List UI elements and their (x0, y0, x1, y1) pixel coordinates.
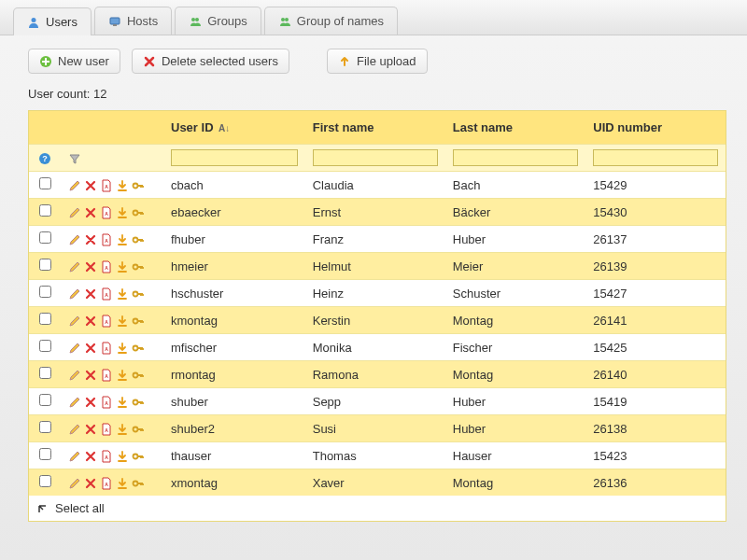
download-icon[interactable] (116, 342, 129, 355)
pdf-icon[interactable]: A (100, 179, 113, 192)
key-icon[interactable] (132, 369, 145, 382)
download-icon[interactable] (116, 450, 129, 463)
svg-point-6 (285, 18, 289, 21)
delete-icon[interactable] (84, 206, 97, 219)
pdf-icon[interactable]: A (100, 287, 113, 301)
col-user-id[interactable]: User ID A↓ (163, 111, 305, 145)
download-icon[interactable] (116, 260, 129, 273)
pdf-icon[interactable]: A (100, 233, 113, 246)
edit-icon[interactable] (68, 206, 81, 219)
tab-groups[interactable]: Groups (175, 7, 261, 35)
delete-icon[interactable] (84, 260, 97, 273)
key-icon[interactable] (132, 206, 145, 219)
edit-icon[interactable] (68, 233, 81, 246)
svg-text:A: A (105, 346, 108, 352)
file-upload-button[interactable]: File upload (327, 49, 428, 74)
row-checkbox[interactable] (39, 177, 51, 189)
col-last-name[interactable]: Last name (445, 111, 586, 145)
pdf-icon[interactable]: A (100, 396, 113, 409)
delete-icon[interactable] (84, 477, 97, 490)
row-checkbox[interactable] (39, 313, 51, 325)
row-checkbox[interactable] (39, 367, 51, 379)
download-icon[interactable] (116, 315, 129, 328)
delete-icon[interactable] (84, 450, 97, 463)
toolbar: New user Delete selected users File uplo… (0, 35, 747, 83)
key-icon[interactable] (132, 260, 145, 273)
edit-icon[interactable] (68, 396, 81, 409)
key-icon[interactable] (132, 233, 145, 246)
key-icon[interactable] (132, 477, 145, 490)
row-checkbox[interactable] (39, 204, 51, 217)
help-icon[interactable]: ? (38, 152, 51, 165)
pdf-icon[interactable]: A (100, 260, 113, 273)
delete-icon[interactable] (84, 342, 97, 355)
filter-user-id[interactable] (171, 149, 298, 166)
col-uid-number[interactable]: UID number (585, 111, 726, 145)
key-icon[interactable] (132, 179, 145, 192)
edit-icon[interactable] (68, 260, 81, 273)
delete-icon[interactable] (84, 423, 97, 436)
cell-uid: 15427 (585, 280, 726, 307)
pdf-icon[interactable]: A (100, 450, 113, 463)
delete-selected-button[interactable]: Delete selected users (132, 49, 289, 74)
delete-icon[interactable] (84, 287, 97, 301)
tab-hosts[interactable]: Hosts (94, 7, 172, 35)
edit-icon[interactable] (68, 423, 81, 436)
edit-icon[interactable] (68, 450, 81, 463)
key-icon[interactable] (132, 423, 145, 436)
svg-text:A: A (105, 292, 108, 298)
cell-uid: 26141 (585, 307, 726, 334)
row-checkbox[interactable] (39, 259, 51, 271)
tab-users[interactable]: Users (13, 7, 92, 35)
row-checkbox[interactable] (39, 421, 51, 433)
pdf-icon[interactable]: A (100, 315, 113, 328)
svg-text:A: A (105, 211, 108, 217)
delete-icon[interactable] (84, 233, 97, 246)
cell-first-name: Sepp (305, 388, 445, 415)
edit-icon[interactable] (68, 179, 81, 192)
download-icon[interactable] (116, 233, 129, 246)
row-checkbox[interactable] (39, 340, 51, 352)
filter-first-name[interactable] (313, 149, 438, 166)
new-user-button[interactable]: New user (28, 49, 120, 74)
edit-icon[interactable] (68, 315, 81, 328)
pdf-icon[interactable]: A (100, 342, 113, 355)
key-icon[interactable] (132, 450, 145, 463)
row-checkbox[interactable] (39, 475, 51, 487)
tab-group-of-names[interactable]: Group of names (264, 7, 398, 35)
edit-icon[interactable] (68, 342, 81, 355)
key-icon[interactable] (132, 396, 145, 409)
delete-icon[interactable] (84, 179, 97, 192)
filter-last-name[interactable] (453, 149, 579, 166)
filter-icon[interactable] (68, 152, 81, 165)
edit-icon[interactable] (68, 477, 81, 490)
download-icon[interactable] (116, 477, 129, 490)
key-icon[interactable] (132, 342, 145, 355)
cell-user-id: shuber (163, 388, 305, 415)
download-icon[interactable] (116, 206, 129, 219)
row-checkbox[interactable] (39, 394, 51, 406)
row-checkbox[interactable] (39, 286, 51, 298)
edit-icon[interactable] (68, 369, 81, 382)
download-icon[interactable] (116, 287, 129, 301)
key-icon[interactable] (132, 315, 145, 328)
svg-text:?: ? (42, 154, 48, 163)
row-checkbox[interactable] (39, 231, 51, 244)
download-icon[interactable] (116, 179, 129, 192)
edit-icon[interactable] (68, 287, 81, 301)
col-first-name[interactable]: First name (305, 111, 445, 145)
pdf-icon[interactable]: A (100, 206, 113, 219)
delete-icon[interactable] (84, 315, 97, 328)
pdf-icon[interactable]: A (100, 369, 113, 382)
download-icon[interactable] (116, 396, 129, 409)
download-icon[interactable] (116, 369, 129, 382)
row-checkbox[interactable] (39, 448, 51, 460)
download-icon[interactable] (116, 423, 129, 436)
key-icon[interactable] (132, 287, 145, 301)
delete-icon[interactable] (84, 369, 97, 382)
select-all-link[interactable]: Select all (29, 496, 726, 521)
pdf-icon[interactable]: A (100, 477, 113, 490)
delete-icon[interactable] (84, 396, 97, 409)
filter-uid[interactable] (593, 149, 718, 166)
pdf-icon[interactable]: A (100, 423, 113, 436)
